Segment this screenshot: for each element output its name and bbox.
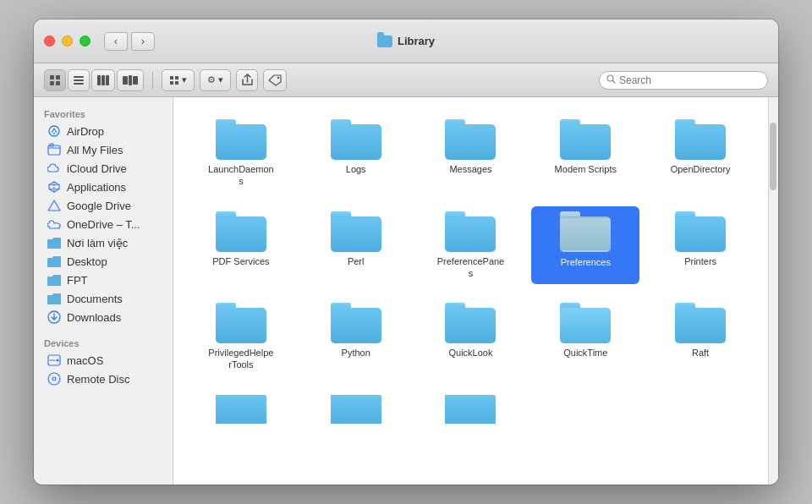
folder-icon-perl: [331, 211, 381, 252]
folder-printers[interactable]: Printers: [646, 206, 754, 285]
scrollbar-thumb[interactable]: [770, 123, 776, 190]
sidebar-label-applications: Applications: [67, 181, 126, 194]
folder-pdf-services[interactable]: PDF Services: [187, 206, 295, 285]
forward-button[interactable]: ›: [131, 32, 155, 51]
view-buttons: [44, 69, 144, 91]
share-button[interactable]: [236, 69, 258, 91]
svg-rect-11: [129, 75, 132, 85]
sidebar-item-airdrop[interactable]: AirDrop: [37, 122, 169, 140]
back-button[interactable]: ‹: [104, 32, 128, 51]
scrollbar-track[interactable]: [768, 97, 778, 485]
folder-quicklook[interactable]: QuickLook: [417, 298, 525, 376]
list-view-button[interactable]: [68, 69, 90, 91]
svg-rect-15: [170, 81, 173, 85]
folder-partial-3[interactable]: [417, 390, 525, 424]
folder-preferencepanes[interactable]: PreferencePanes: [417, 206, 525, 285]
svg-point-21: [53, 133, 55, 134]
svg-rect-8: [102, 75, 105, 85]
disc-icon: [47, 372, 61, 386]
svg-line-19: [613, 81, 616, 84]
airdrop-icon: [47, 124, 61, 138]
folder-label-opendirectory: OpenDirectory: [671, 163, 731, 175]
title-text: Library: [398, 35, 435, 47]
folder-label-modem-scripts: Modem Scripts: [555, 163, 617, 175]
sidebar-item-all-my-files[interactable]: All My Files: [37, 140, 169, 159]
close-button[interactable]: [44, 36, 55, 47]
folder-opendirectory[interactable]: OpenDirectory: [646, 114, 754, 193]
content-area: LaunchDaemons Logs Messages: [173, 97, 768, 485]
folder-label-pdf-services: PDF Services: [212, 255, 269, 267]
sidebar-label-macos: macOS: [67, 354, 103, 367]
arrange-button[interactable]: ▾: [162, 69, 195, 91]
sidebar-label-fpt: FPT: [67, 274, 88, 287]
folder-logs[interactable]: Logs: [302, 114, 410, 193]
svg-rect-5: [74, 79, 84, 81]
sidebar-item-remote-disc[interactable]: Remote Disc: [37, 370, 169, 388]
google-drive-icon: [47, 199, 61, 212]
folder-modem-scripts[interactable]: Modem Scripts: [531, 114, 639, 193]
action-button[interactable]: ⚙ ▾: [200, 69, 231, 91]
folder-partial-2[interactable]: [302, 390, 410, 424]
folder-messages[interactable]: Messages: [417, 114, 525, 193]
sidebar-item-google-drive[interactable]: Google Drive: [37, 196, 169, 215]
finder-window: ‹ › Library: [34, 19, 778, 485]
folder-icon-partial-3: [445, 395, 496, 424]
sidebar-item-macos[interactable]: macOS: [37, 351, 169, 370]
folder-label-launchdaemons: LaunchDaemons: [207, 163, 275, 188]
folder-partial-1[interactable]: [187, 390, 295, 424]
folder-quicktime[interactable]: QuickTime: [531, 298, 639, 376]
svg-rect-2: [50, 81, 54, 85]
icloud-icon: [47, 162, 61, 175]
toolbar: ▾ ⚙ ▾: [34, 63, 778, 97]
svg-rect-12: [133, 76, 138, 85]
sidebar-item-onedrive[interactable]: OneDrive – T...: [37, 215, 169, 233]
sidebar-item-icloud[interactable]: iCloud Drive: [37, 159, 169, 178]
sidebar-label-icloud: iCloud Drive: [67, 162, 127, 175]
folder-privilegedhelpertools[interactable]: PrivilegedHelperTools: [187, 298, 295, 376]
search-input[interactable]: [619, 74, 760, 86]
folder-preferences[interactable]: Preferences: [531, 206, 639, 285]
sidebar-label-desktop: Desktop: [67, 255, 107, 268]
folder-icon-privilegedhelpertools: [216, 303, 266, 343]
main-area: Favorites AirDrop: [34, 97, 778, 485]
applications-icon: [47, 180, 61, 194]
search-bar[interactable]: [599, 71, 768, 90]
sidebar-item-fpt[interactable]: FPT: [37, 271, 169, 289]
icon-view-button[interactable]: [44, 69, 66, 91]
sidebar-label-airdrop: AirDrop: [67, 125, 104, 138]
svg-rect-3: [56, 81, 60, 85]
folder-icon-quicklook: [445, 303, 496, 343]
svg-point-20: [49, 126, 59, 136]
nav-buttons: ‹ ›: [104, 32, 155, 51]
sidebar-label-google-drive: Google Drive: [67, 200, 131, 212]
sidebar-item-desktop[interactable]: Desktop: [37, 252, 169, 271]
search-icon: [606, 74, 616, 85]
sidebar-item-documents[interactable]: Documents: [37, 289, 169, 308]
downloads-icon: [47, 310, 61, 324]
folder-icon-logs: [331, 119, 381, 160]
sidebar-item-noi-lam-viec[interactable]: Nơi làm việc: [37, 233, 169, 252]
folder-icon-partial-1: [216, 395, 266, 424]
folder-raft[interactable]: Raft: [646, 298, 754, 376]
tag-button[interactable]: [263, 69, 287, 91]
maximize-button[interactable]: [80, 36, 91, 47]
folder-launchdaemons[interactable]: LaunchDaemons: [187, 114, 295, 193]
cover-view-button[interactable]: [117, 69, 144, 91]
folder-icon-messages: [445, 119, 496, 160]
sidebar-item-applications[interactable]: Applications: [37, 178, 169, 196]
column-view-button[interactable]: [91, 69, 115, 91]
svg-rect-1: [56, 75, 60, 79]
minimize-button[interactable]: [62, 36, 73, 47]
folder-icon-launchdaemons: [216, 119, 266, 160]
folder-icon-preferencepanes: [445, 211, 496, 252]
folder-perl[interactable]: Perl: [302, 206, 410, 285]
folder-python[interactable]: Python: [302, 298, 410, 376]
onedrive-icon: [47, 217, 61, 231]
folder-icon-documents: [47, 292, 61, 305]
sidebar-label-documents: Documents: [67, 293, 123, 305]
favorites-header: Favorites: [34, 104, 173, 122]
folder-label-privilegedhelpertools: PrivilegedHelperTools: [207, 347, 275, 371]
sidebar-item-downloads[interactable]: Downloads: [37, 308, 169, 326]
svg-rect-6: [74, 83, 84, 85]
window-title: Library: [377, 35, 435, 47]
